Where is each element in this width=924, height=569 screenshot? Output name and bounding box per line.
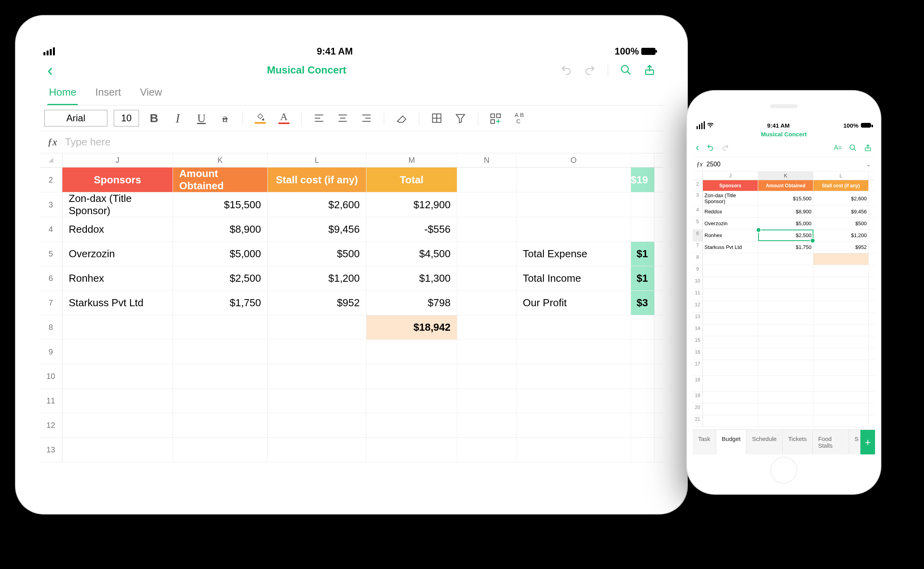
cell[interactable]: $9,456	[813, 206, 869, 217]
undo-button[interactable]	[706, 144, 714, 152]
cell[interactable]: Our Profit	[516, 291, 631, 315]
row-header[interactable]: 15	[693, 336, 703, 348]
cell[interactable]: $19	[631, 168, 655, 192]
phone-spreadsheet[interactable]: J K L 2 Sponsors Amount Obtained Stall c…	[693, 171, 875, 430]
cell[interactable]: Starkuss Pvt Ltd	[703, 241, 758, 253]
row-header[interactable]: 10	[39, 364, 62, 388]
row-header[interactable]: 3	[39, 192, 62, 217]
cell[interactable]: Ronhex	[62, 266, 173, 290]
row-header[interactable]: 2	[39, 168, 62, 192]
header-amount[interactable]: Amount Obtained	[758, 180, 813, 191]
col-header[interactable]	[631, 153, 655, 167]
cell[interactable]: $5,000	[758, 218, 813, 229]
cell[interactable]: $952	[268, 291, 366, 315]
row-header[interactable]: 4	[693, 206, 703, 217]
redo-button[interactable]	[584, 64, 596, 76]
col-header[interactable]: N	[457, 153, 516, 167]
cell[interactable]: Sum obtained from client	[516, 168, 631, 192]
cell[interactable]: Ronhex	[703, 230, 758, 241]
cell[interactable]: $15,500	[173, 192, 268, 217]
cell[interactable]: $1	[631, 266, 655, 290]
col-header[interactable]: K	[173, 153, 268, 167]
borders-button[interactable]	[428, 109, 445, 127]
col-header[interactable]: L	[268, 153, 366, 167]
tab-home[interactable]: Home	[47, 82, 78, 105]
cell[interactable]: $1,750	[173, 291, 268, 315]
row-header[interactable]: 2	[693, 180, 703, 191]
row-header[interactable]: 5	[693, 218, 703, 229]
cell[interactable]: Overzozin	[62, 242, 173, 266]
row-header[interactable]: 21	[693, 415, 703, 427]
cell[interactable]: Reddox	[703, 206, 758, 217]
cell[interactable]: -$556	[366, 217, 457, 241]
cell[interactable]: Starkuss Pvt Ltd	[62, 291, 173, 315]
font-size-select[interactable]: 10	[114, 110, 139, 126]
row-header[interactable]: 12	[693, 301, 703, 312]
row-header[interactable]: 17	[693, 360, 703, 375]
undo-button[interactable]	[560, 64, 572, 76]
insert-cells-button[interactable]	[487, 109, 504, 127]
fill-color-button[interactable]	[252, 109, 269, 127]
cell[interactable]: Total Income	[516, 266, 631, 290]
tab-insert[interactable]: Insert	[94, 82, 122, 105]
cell[interactable]: $1,200	[813, 230, 869, 241]
underline-button[interactable]: U	[193, 109, 210, 127]
header-stall[interactable]: Stall cost (if any)	[813, 180, 869, 191]
header-total[interactable]: Total	[366, 168, 457, 192]
cell[interactable]: $15,500	[758, 191, 813, 205]
search-button[interactable]	[849, 144, 857, 152]
cell[interactable]: $1,200	[268, 266, 366, 290]
cell[interactable]: $1,300	[366, 266, 457, 290]
row-header[interactable]: 7	[39, 291, 62, 315]
sheet-tab-schedule[interactable]: Schedule	[746, 430, 783, 454]
row-header[interactable]: 7	[693, 241, 703, 253]
row-header[interactable]: 20	[693, 403, 703, 415]
redo-button[interactable]	[721, 144, 729, 152]
row-header[interactable]: 11	[693, 289, 703, 300]
row-header[interactable]: 13	[693, 313, 703, 324]
header-sponsors[interactable]: Sponsors	[703, 180, 758, 191]
col-header[interactable]: M	[366, 153, 457, 167]
select-all-cell[interactable]	[693, 171, 703, 180]
spreadsheet[interactable]: J K L M N O 2 Sponsors Amount Obtained S…	[39, 153, 663, 490]
expand-formula-icon[interactable]: ⌄	[866, 160, 871, 168]
cell[interactable]: $9,456	[268, 217, 366, 241]
header-stall[interactable]: Stall cost (if any)	[268, 168, 366, 192]
share-button[interactable]	[864, 144, 872, 152]
row-header[interactable]: 19	[693, 392, 703, 403]
bold-button[interactable]: B	[145, 109, 163, 127]
col-header[interactable]: J	[703, 171, 758, 180]
row-header[interactable]: 3	[693, 191, 703, 205]
row-header[interactable]: 9	[693, 265, 703, 277]
sort-button[interactable]: A B C	[511, 109, 528, 127]
cell-grand-total[interactable]: $18,942	[366, 315, 457, 339]
italic-button[interactable]: I	[169, 109, 186, 127]
cell[interactable]: $2,500	[173, 266, 268, 290]
cell[interactable]: Total Expense	[516, 242, 631, 266]
sheet-tab-budget[interactable]: Budget	[716, 430, 747, 454]
selected-cell[interactable]: $2,500	[758, 230, 813, 241]
cell[interactable]: Overzozin	[703, 218, 758, 229]
col-header[interactable]: J	[62, 153, 173, 167]
back-button[interactable]: ‹	[696, 141, 699, 154]
cell[interactable]: $1,750	[758, 241, 813, 253]
cell[interactable]: $8,900	[173, 217, 268, 241]
cell[interactable]: $12,900	[366, 192, 457, 217]
header-sponsors[interactable]: Sponsors	[62, 168, 173, 192]
align-center-button[interactable]	[334, 109, 351, 127]
sheet-tab-tickets[interactable]: Tickets	[783, 430, 813, 454]
sheet-tab-task[interactable]: Task	[693, 430, 716, 454]
add-sheet-button[interactable]: +	[860, 430, 875, 454]
row-header[interactable]: 18	[693, 376, 703, 391]
header-amount[interactable]: Amount Obtained	[173, 168, 268, 192]
row-header[interactable]: 14	[693, 324, 703, 336]
col-header[interactable]: L	[813, 171, 869, 180]
formula-input[interactable]	[65, 136, 655, 148]
col-header[interactable]: O	[516, 153, 631, 167]
search-button[interactable]	[620, 64, 632, 76]
row-header[interactable]: 9	[39, 340, 62, 364]
row-header[interactable]: 10	[693, 277, 703, 288]
formula-value[interactable]: 2500	[706, 161, 862, 168]
cell[interactable]: $8,900	[758, 206, 813, 217]
eraser-button[interactable]	[393, 109, 410, 127]
